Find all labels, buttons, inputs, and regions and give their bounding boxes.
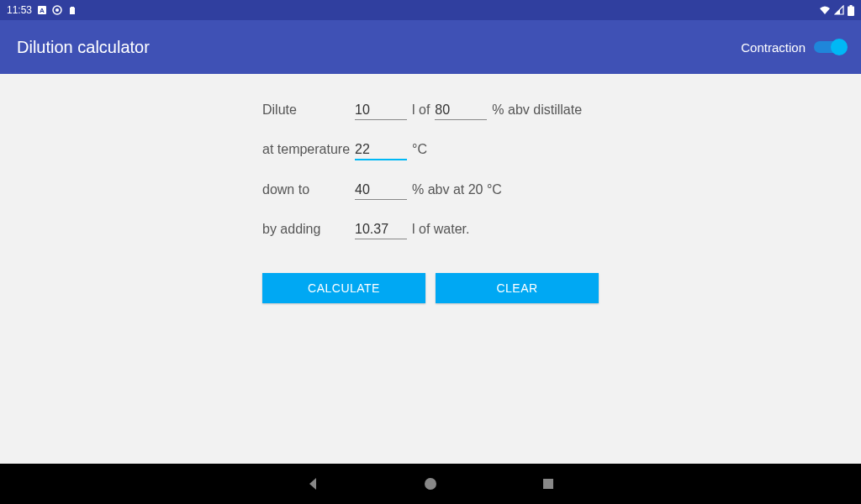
- back-button[interactable]: [304, 475, 321, 492]
- button-row: CALCULATE CLEAR: [262, 273, 599, 303]
- calculate-button[interactable]: CALCULATE: [262, 273, 425, 303]
- contraction-toggle[interactable]: [814, 39, 844, 55]
- abv-distillate-text: % abv distillate: [492, 102, 582, 118]
- volume-input[interactable]: [355, 101, 407, 120]
- clear-button[interactable]: CLEAR: [436, 273, 599, 303]
- status-bar: 11:53 A: [0, 0, 861, 20]
- notif-icon-1: A: [37, 5, 47, 15]
- l-of-text: l of: [412, 102, 430, 118]
- svg-rect-4: [848, 6, 854, 16]
- row-target: down to % abv at 20 °C: [262, 181, 599, 200]
- by-adding-label: by adding: [262, 222, 355, 237]
- svg-rect-5: [850, 5, 853, 7]
- battery-icon: [848, 5, 854, 16]
- svg-rect-7: [543, 479, 553, 489]
- signal-icon: [834, 5, 844, 15]
- water-volume-input[interactable]: [355, 220, 407, 239]
- down-to-label: down to: [262, 182, 355, 197]
- content-area: Dilute l of % abv distillate at temperat…: [0, 74, 861, 464]
- row-temperature: at temperature °C: [262, 140, 599, 160]
- android-nav-bar: [0, 464, 861, 504]
- status-time: 11:53: [7, 4, 32, 16]
- row-dilute: Dilute l of % abv distillate: [262, 101, 599, 120]
- abv-at-20-text: % abv at 20 °C: [412, 182, 502, 197]
- temperature-input[interactable]: [355, 140, 407, 160]
- svg-point-3: [55, 8, 59, 12]
- dilution-form: Dilute l of % abv distillate at temperat…: [262, 101, 599, 303]
- app-bar: Dilution calculator Contraction: [0, 20, 861, 74]
- l-water-text: l of water.: [412, 222, 469, 237]
- row-result: by adding l of water.: [262, 220, 599, 239]
- dilute-label: Dilute: [262, 102, 355, 118]
- abv-initial-input[interactable]: [435, 101, 487, 120]
- abv-target-input[interactable]: [355, 181, 407, 200]
- contraction-label: Contraction: [741, 40, 806, 55]
- recent-button[interactable]: [540, 475, 557, 492]
- temperature-label: at temperature: [262, 142, 355, 157]
- notif-icon-3: [67, 5, 77, 15]
- wifi-icon: [819, 5, 831, 15]
- svg-text:A: A: [40, 7, 45, 14]
- svg-point-6: [425, 478, 436, 490]
- celsius-text: °C: [412, 142, 427, 157]
- app-title: Dilution calculator: [17, 38, 150, 57]
- notif-icon-2: [52, 5, 62, 15]
- home-button[interactable]: [422, 475, 439, 492]
